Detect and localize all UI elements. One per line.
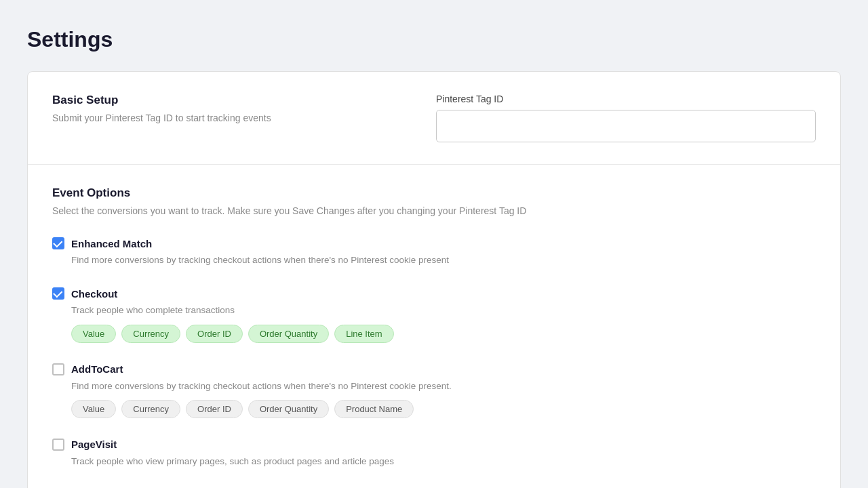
checkbox-page-visit[interactable] — [52, 439, 64, 451]
basic-setup-title: Basic Setup — [52, 94, 409, 107]
event-header-page-visit: PageVisit — [52, 439, 816, 451]
checkbox-checkout[interactable] — [52, 287, 64, 300]
event-name-add-to-cart: AddToCart — [71, 363, 123, 375]
tag-checkout-order-quantity: Order Quantity — [248, 325, 329, 343]
event-name-checkout: Checkout — [71, 288, 117, 300]
checkbox-enhanced-match[interactable] — [52, 237, 64, 249]
tag-checkout-order-id: Order ID — [186, 325, 243, 343]
event-item-page-visit: PageVisit Track people who view primary … — [52, 439, 816, 468]
tags-row-add-to-cart: Value Currency Order ID Order Quantity P… — [71, 400, 816, 418]
event-options-description: Select the conversions you want to track… — [52, 204, 816, 218]
tag-addtocart-value: Value — [71, 400, 116, 418]
event-desc-enhanced-match: Find more conversions by tracking checko… — [71, 253, 816, 267]
event-header-add-to-cart: AddToCart — [52, 363, 816, 375]
page-title: Settings — [27, 27, 841, 52]
event-name-page-visit: PageVisit — [71, 439, 117, 450]
event-options-title: Event Options — [52, 186, 816, 200]
tag-checkout-line-item: Line Item — [334, 325, 393, 343]
tag-addtocart-order-id: Order ID — [186, 400, 243, 418]
event-desc-add-to-cart: Find more conversions by tracking checko… — [71, 380, 816, 393]
event-item-add-to-cart: AddToCart Find more conversions by track… — [52, 363, 816, 418]
pinterest-tag-field-wrapper: Pinterest Tag ID — [436, 94, 816, 142]
tag-addtocart-currency: Currency — [121, 400, 180, 418]
basic-setup-description: Submit your Pinterest Tag ID to start tr… — [52, 111, 409, 125]
basic-setup-section: Basic Setup Submit your Pinterest Tag ID… — [28, 72, 840, 165]
pinterest-tag-id-label: Pinterest Tag ID — [436, 94, 816, 104]
pinterest-tag-id-input[interactable] — [436, 110, 816, 142]
basic-setup-left: Basic Setup Submit your Pinterest Tag ID… — [52, 94, 409, 125]
event-desc-page-visit: Track people who view primary pages, suc… — [71, 455, 816, 468]
event-item-checkout: Checkout Track people who complete trans… — [52, 287, 816, 342]
settings-card: Basic Setup Submit your Pinterest Tag ID… — [27, 71, 841, 488]
tags-row-checkout: Value Currency Order ID Order Quantity L… — [71, 325, 816, 343]
tag-checkout-currency: Currency — [121, 325, 180, 343]
event-name-enhanced-match: Enhanced Match — [71, 238, 152, 249]
event-options-section: Event Options Select the conversions you… — [28, 165, 840, 488]
tag-addtocart-order-quantity: Order Quantity — [248, 400, 329, 418]
event-header-checkout: Checkout — [52, 287, 816, 300]
tag-addtocart-product-name: Product Name — [334, 400, 414, 418]
event-desc-checkout: Track people who complete transactions — [71, 304, 816, 317]
checkbox-add-to-cart[interactable] — [52, 363, 64, 375]
event-item-enhanced-match: Enhanced Match Find more conversions by … — [52, 237, 816, 267]
event-header-enhanced-match: Enhanced Match — [52, 237, 816, 249]
tag-checkout-value: Value — [71, 325, 116, 343]
